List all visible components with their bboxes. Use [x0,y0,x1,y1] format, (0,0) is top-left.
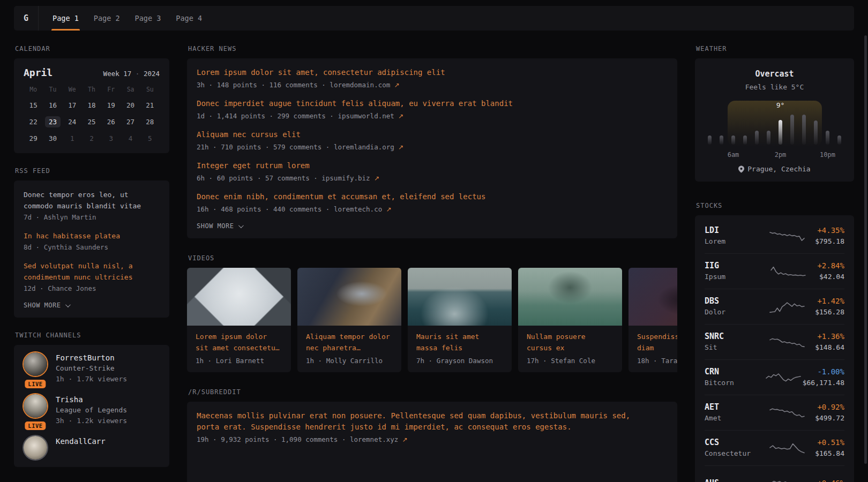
stock-row[interactable]: IIG Ipsum +2.84% $42.04 [705,253,844,289]
rss-item: In hac habitasse platea 8d · Cynthia Sau… [24,230,160,253]
weather-hour-label: 10pm [820,151,835,159]
hn-item-title[interactable]: Integer eget rutrum lorem [197,160,668,171]
external-link-icon: ↗ [398,144,403,151]
stock-id: DBS Dolor [705,296,765,318]
video-title[interactable]: Mauris sit amet massa felis [416,331,503,353]
video-thumbnail[interactable] [297,268,401,326]
subreddit-post-meta: 19h · 9,932 points · 1,090 comments · lo… [197,434,668,445]
rss-item-meta: 8d · Cynthia Saunders [24,242,160,253]
calendar-day: 4 [121,132,140,145]
weather-hour-slot [739,135,751,145]
video-title[interactable]: Aliquam tempor dolor nec pharetra… [306,331,393,353]
video-card[interactable]: Lorem ipsum dolor sit amet consectetu… 1… [187,268,291,372]
twitch-channel-name[interactable]: ForrestBurton [56,352,127,363]
weather-temp-bar [802,115,806,145]
subreddit-card: Maecenas mollis pulvinar erat non posuer… [187,402,677,482]
stock-row[interactable]: AET Amet +0.92% $499.72 [705,395,844,430]
video-card[interactable]: Nullam posuere cursus ex 17h · Stefan Co… [518,268,622,372]
video-card[interactable]: Mauris sit amet massa felis 7h · Grayson… [408,268,512,372]
calendar-day: 5 [140,132,160,145]
hn-item-domain[interactable]: ipsumworld.net [338,112,394,120]
hn-item-domain[interactable]: loremtech.co [334,205,382,213]
hn-item-domain[interactable]: loremdomain.com [330,81,390,89]
video-info: Lorem ipsum dolor sit amet consectetu… 1… [187,326,291,372]
stocks-widget: STOCKS LDI Lorem +4.35% $795.18 [695,202,854,482]
hn-item-meta: 3h · 148 points · 116 comments · loremdo… [197,80,668,91]
calendar-weekday: Mo [24,85,43,94]
tab-page-2[interactable]: Page 2 [94,6,120,31]
twitch-channel-name[interactable]: KendallCarr [56,436,106,447]
video-thumbnail[interactable] [187,268,291,326]
calendar-weekday: Sa [121,85,140,94]
video-card[interactable]: Suspendisse diam 18h · Tara [628,268,677,372]
video-thumbnail[interactable] [628,268,677,326]
stock-id: LDI Lorem [705,225,765,247]
stock-id: SNRC Sit [705,331,765,353]
twitch-avatar-wrap: LIVE [24,394,47,426]
stock-values: +4.35% $795.18 [815,225,844,247]
hn-item-domain[interactable]: ipsumify.biz [321,174,370,182]
stock-row[interactable]: CCS Consectetur +0.51% $165.84 [705,430,844,465]
hn-item-title[interactable]: Donec imperdiet augue tincidunt felis al… [197,98,668,109]
tab-page-4[interactable]: Page 4 [176,6,202,31]
hn-item-domain[interactable]: loremlandia.org [334,143,394,151]
external-link-icon: ↗ [374,175,379,182]
subreddit-post-domain[interactable]: loremnet.xyz [350,435,398,443]
stock-sparkline [769,300,805,314]
video-info: Suspendisse diam 18h · Tara [628,326,677,372]
chevron-down-icon [238,223,243,228]
video-title[interactable]: Suspendisse diam [637,331,677,353]
tab-page-1[interactable]: Page 1 [53,6,79,31]
videos-widget: VIDEOS Lorem ipsum dolor sit amet consec… [187,254,677,372]
weather-temp-bar [790,115,794,145]
twitch-channel-row[interactable]: LIVE Trisha League of Legends 3h · 1.2k … [24,394,160,426]
stock-sparkline [770,477,806,482]
video-meta: 7h · Grayson Dawson [416,357,503,365]
calendar-day: 2 [82,132,101,145]
calendar-day-selected: 23 [43,115,62,128]
video-thumbnail[interactable] [518,268,622,326]
app-logo[interactable]: G [14,6,39,31]
hn-item-title[interactable]: Aliquam nec cursus elit [197,129,668,140]
stock-row[interactable]: LDI Lorem +4.35% $795.18 [705,218,844,253]
weather-temp-bar [708,135,712,145]
rss-show-more-button[interactable]: SHOW MORE [24,302,160,309]
video-meta: 18h · Tara [637,357,677,365]
tab-page-3[interactable]: Page 3 [135,6,161,31]
hn-item-stats: 6h · 60 points · 57 comments · [197,174,321,182]
external-link-icon: ↗ [394,81,400,89]
weather-condition: Overcast [704,68,845,80]
rss-item-title[interactable]: Sed volutpat nulla nisl, a condimentum n… [24,260,160,283]
stock-row[interactable]: SNRC Sit +1.36% $148.64 [705,324,844,359]
hn-item-title[interactable]: Donec enim nibh, condimentum et accumsan… [197,191,668,202]
stock-row[interactable]: AHS +0.46% [705,465,844,482]
stock-row[interactable]: CRN Bitcorn -1.00% $66,171.48 [705,359,844,395]
stock-row[interactable]: DBS Dolor +1.42% $156.28 [705,289,844,324]
video-meta: 17h · Stefan Cole [527,357,613,365]
hn-show-more-button[interactable]: SHOW MORE [197,222,668,230]
video-thumbnail[interactable] [408,268,512,326]
twitch-channel-row[interactable]: LIVE KendallCarr [24,436,160,460]
video-card[interactable]: Aliquam tempor dolor nec pharetra… 1h · … [297,268,401,372]
weather-widget: WEATHER Overcast Feels like 5°C 9° 6am 2… [695,45,854,182]
stock-symbol: LDI [705,225,765,236]
scrollbar[interactable] [864,35,867,464]
rss-item-title[interactable]: Donec tempor eros leo, ut commodo mauris… [24,189,160,212]
rss-item-title[interactable]: In hac habitasse platea [24,230,160,242]
weather-bars [704,112,845,145]
stock-id: IIG Ipsum [705,260,765,282]
twitch-channel-name[interactable]: Trisha [56,394,127,405]
avatar [24,436,47,460]
calendar-day: 16 [43,99,62,111]
hacker-news-widget-label: HACKER NEWS [188,45,677,52]
twitch-channel-row[interactable]: LIVE ForrestBurton Counter-Strike 1h · 1… [24,352,160,385]
stock-name: Lorem [705,236,765,247]
stock-symbol: IIG [705,260,765,272]
video-title[interactable]: Nullam posuere cursus ex [527,331,613,353]
weather-hour-slot [775,120,787,145]
hn-item: Donec enim nibh, condimentum et accumsan… [197,191,668,215]
rss-widget: RSS FEED Donec tempor eros leo, ut commo… [14,167,169,318]
video-title[interactable]: Lorem ipsum dolor sit amet consectetu… [196,331,282,353]
subreddit-post-title[interactable]: Maecenas mollis pulvinar erat non posuer… [197,410,641,433]
hn-item-title[interactable]: Lorem ipsum dolor sit amet, consectetur … [197,67,668,78]
